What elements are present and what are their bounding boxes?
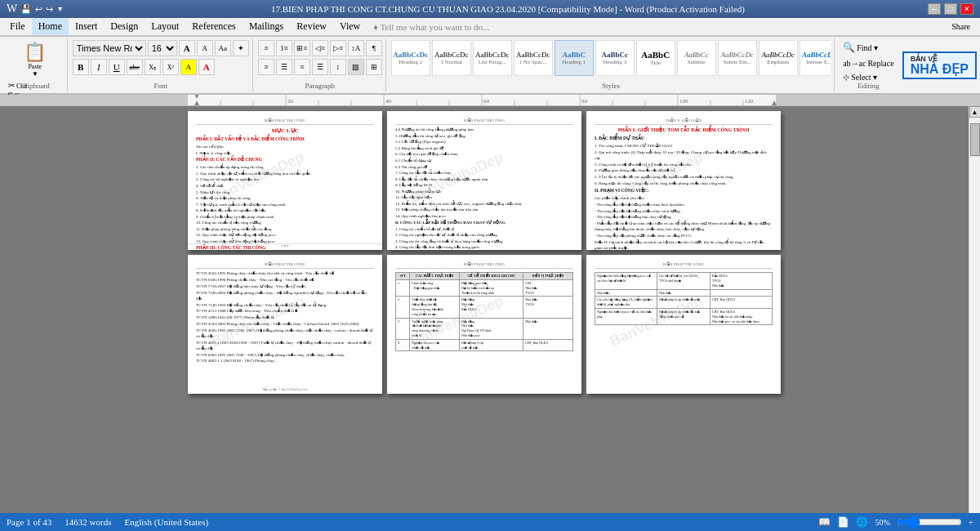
increase-font-btn[interactable]: A xyxy=(179,40,195,56)
window-controls: ─ □ ✕ xyxy=(928,3,973,15)
style-emphasis[interactable]: AaBbCcDc Emphasis xyxy=(759,40,798,76)
editing-group: 🔍 Find ▾ ab→ac Replace ⊹ Select ▾ Editin… xyxy=(836,38,901,91)
increase-indent-btn[interactable]: ▷≡ xyxy=(330,40,346,56)
style-normal[interactable]: AaBbCcDc 1 Normal xyxy=(432,40,471,76)
styles-row: AaBbCcDc Heading 2 AaBbCcDc 1 Normal AaB… xyxy=(391,40,831,80)
paste-btn[interactable]: 📋 Paste ▼ xyxy=(22,40,47,79)
style-subtle-em[interactable]: AaBbCcDc Subtle Em... xyxy=(718,40,757,76)
decrease-font-btn[interactable]: A xyxy=(197,40,213,56)
ruler: 20 40 60 80 100 120 xyxy=(0,95,980,106)
page1-subsec: Vài nét về dự án xyxy=(196,144,374,149)
word-count: 14632 words xyxy=(65,517,111,527)
menu-references[interactable]: References xyxy=(185,18,242,35)
find-btn[interactable]: 🔍 Find ▾ xyxy=(840,40,881,56)
menu-layout[interactable]: Layout xyxy=(145,18,185,35)
style-title[interactable]: AaBbC Title xyxy=(636,40,675,76)
style-heading2[interactable]: AaBbCcDc Heading 2 xyxy=(391,40,430,76)
justify-btn[interactable]: ☰ xyxy=(312,59,328,75)
menu-review[interactable]: Review xyxy=(290,18,333,35)
table-row: Nghiệm thu thiết bị pccc với các nhà thầ… xyxy=(595,309,773,325)
borders-btn[interactable]: ⊞ xyxy=(366,59,382,75)
show-marks-btn[interactable]: ¶ xyxy=(366,40,382,56)
line-spacing-btn[interactable]: ↕ xyxy=(330,59,346,75)
underline-btn[interactable]: U xyxy=(109,59,125,75)
align-right-btn[interactable]: ≡ xyxy=(294,59,310,75)
align-center-btn[interactable]: ☰ xyxy=(276,59,292,75)
style-subtitle[interactable]: AaBbCc Subtitle xyxy=(677,40,716,76)
quick-access-redo[interactable]: ↪ xyxy=(46,4,53,15)
page-6: BanVeNhaDep BIỆN PHÁP THI CÔNG Nghiệm th… xyxy=(586,255,781,394)
font-name-select[interactable]: Times New Roman xyxy=(73,40,146,56)
highlight-btn[interactable]: A xyxy=(180,59,197,75)
brand-box: BẢN VẼ NHÀ ĐẸP xyxy=(902,38,977,91)
clipboard-group: 📋 Paste ▼ ✂ Cut ⎘ Copy 🖌 Format P xyxy=(3,38,68,91)
font-size-select[interactable]: 16 xyxy=(148,40,177,56)
page-count: Page 1 of 43 xyxy=(7,517,51,527)
menu-home[interactable]: Home xyxy=(32,18,69,35)
minimize-btn[interactable]: ─ xyxy=(928,3,941,15)
window-title: 17.BIEN PHAP THI CONG CT.CHUNG CU THUAN … xyxy=(88,4,928,14)
page-3: BanVeNhaDep PHẦN V: KẾT LUẬN PHẦN I: GIỚ… xyxy=(586,111,781,250)
clear-format-btn[interactable]: ✦ xyxy=(233,40,249,56)
page-5-content: BanVeNhaDep BIỆN PHÁP THI CÔNG STT CÁC B… xyxy=(387,255,581,394)
style-heading3[interactable]: AaBbCc Heading 3 xyxy=(595,40,635,76)
web-layout-btn[interactable]: 🌐 xyxy=(856,516,868,529)
font-color-btn[interactable]: A xyxy=(198,59,215,75)
read-mode-btn[interactable]: 📖 xyxy=(818,516,831,529)
numbering-btn[interactable]: 1≡ xyxy=(276,40,292,56)
style-listpara[interactable]: AaBbCcDc List Parag... xyxy=(473,40,512,76)
bold-btn[interactable]: B xyxy=(73,59,89,75)
style-intense-e[interactable]: AaBbCcDc Intense E... xyxy=(800,40,831,76)
svg-text:60: 60 xyxy=(483,98,490,105)
italic-btn[interactable]: I xyxy=(91,59,107,75)
superscript-btn[interactable]: X² xyxy=(163,59,179,75)
menu-insert[interactable]: Insert xyxy=(69,18,104,35)
language: English (United States) xyxy=(124,517,208,527)
change-case-btn[interactable]: Aa xyxy=(215,40,231,56)
multilevel-btn[interactable]: ⊞≡ xyxy=(294,40,310,56)
replace-btn[interactable]: ab→ac Replace xyxy=(840,57,898,69)
shading-btn[interactable]: ▨ xyxy=(348,59,364,75)
zoom-slider[interactable] xyxy=(897,518,962,526)
table-row: 3 Trước trước hoặc phápvẽ thiết kế bộ vẽ… xyxy=(396,318,573,339)
table-row: 2 Triển khai thiết kếthống bằng bán lớpS… xyxy=(396,297,573,318)
maximize-btn[interactable]: □ xyxy=(944,3,957,15)
share-btn[interactable]: Share xyxy=(945,22,977,31)
document-scroll-area[interactable]: BanVeNhaDep BIỆN PHÁP THI CÔNG MỤC LỤC P… xyxy=(0,106,969,531)
menu-file[interactable]: File xyxy=(3,18,32,35)
svg-text:20: 20 xyxy=(287,98,294,105)
page-2-content: BanVeNhaDep BIỆN PHÁP THI CÔNG 4.6 Phươn… xyxy=(387,111,581,250)
qat-dropdown[interactable]: ▼ xyxy=(56,5,64,13)
menu-view[interactable]: View xyxy=(333,18,367,35)
ruler-svg: 20 40 60 80 100 120 xyxy=(0,95,980,105)
zoom-in-btn[interactable]: + xyxy=(969,517,973,527)
page1-section1: PHẦN I: ĐẶT VẤN ĐỀ VÀ ĐẶC ĐIỂM CÔNG TRÌN… xyxy=(196,136,374,143)
paragraph-group: ≡ 1≡ ⊞≡ ◁≡ ▷≡ ↕A ¶ ≡ ☰ ≡ ☰ ↕ ▨ ⊞ Pa xyxy=(255,38,386,91)
print-layout-btn[interactable]: 📄 xyxy=(837,516,849,529)
menu-design[interactable]: Design xyxy=(104,18,145,35)
svg-text:120: 120 xyxy=(745,98,754,105)
page-1-content: BanVeNhaDep BIỆN PHÁP THI CÔNG MỤC LỤC P… xyxy=(188,111,382,250)
quick-access-undo[interactable]: ↩ xyxy=(35,4,42,15)
close-btn[interactable]: ✕ xyxy=(960,3,973,15)
sort-btn[interactable]: ↕A xyxy=(348,40,364,56)
table-row: Nhà thầu Nhà thầu xyxy=(595,289,773,297)
align-left-btn[interactable]: ≡ xyxy=(258,59,274,75)
subscript-btn[interactable]: X₂ xyxy=(145,59,161,75)
style-nospace[interactable]: AaBbCcDc 1 No Spac... xyxy=(514,40,553,76)
decrease-indent-btn[interactable]: ◁≡ xyxy=(312,40,328,56)
style-heading1[interactable]: AaBbC Heading 1 xyxy=(555,40,594,76)
scroll-up-btn[interactable]: ▲ xyxy=(969,106,981,118)
svg-rect-2 xyxy=(776,95,980,105)
tell-me-box[interactable]: ♦ Tell me what you want to do... xyxy=(373,22,489,32)
scroll-thumb[interactable] xyxy=(970,123,980,156)
bullets-btn[interactable]: ≡ xyxy=(258,40,274,56)
status-bar: Page 1 of 43 14632 words English (United… xyxy=(0,513,980,531)
svg-text:100: 100 xyxy=(679,98,688,105)
vertical-scrollbar[interactable]: ▲ ▼ xyxy=(969,106,980,531)
menu-bar: File Home Insert Design Layout Reference… xyxy=(0,18,980,36)
svg-text:40: 40 xyxy=(385,98,392,105)
quick-access-save[interactable]: 💾 xyxy=(20,4,32,15)
strikethrough-btn[interactable]: abc xyxy=(127,59,143,75)
menu-mailings[interactable]: Mailings xyxy=(243,18,291,35)
